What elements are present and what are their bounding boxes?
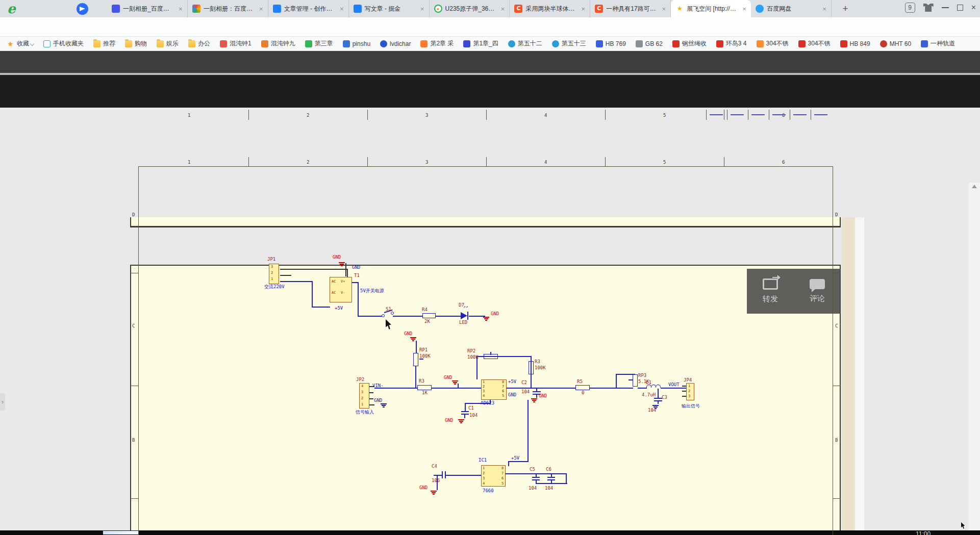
flash-warning-banner: Warning 本站可能需要Flash Player插件支持，请前往下载，安装后… — [0, 51, 980, 73]
bookmark-item[interactable]: 一种轨道 — [921, 39, 955, 48]
site-icon — [921, 40, 928, 47]
schematic-label: S1 — [386, 307, 391, 312]
browser-tab[interactable]: 文章管理 - 创作者中× — [268, 0, 349, 17]
sidebar-handle[interactable]: › — [0, 393, 5, 411]
share-button[interactable]: 转发 — [747, 269, 794, 314]
tab-close-icon[interactable]: × — [821, 5, 828, 13]
tab-close-icon[interactable]: × — [499, 5, 506, 13]
tab-close-icon[interactable]: × — [419, 5, 426, 13]
ground-symbol — [339, 262, 345, 263]
tab-count-button[interactable]: 9 — [905, 3, 915, 13]
inductor-coil — [656, 385, 661, 388]
browser-tab[interactable]: •U235原子弹_360搜× — [430, 0, 510, 17]
paper-plane-icon[interactable] — [77, 3, 88, 15]
skin-icon[interactable] — [923, 4, 934, 12]
bookmark-item[interactable]: HB 769 — [596, 40, 626, 47]
wire-segment — [638, 388, 647, 389]
bookmark-item[interactable]: GB 62 — [636, 40, 663, 47]
schematic-label: GND — [352, 265, 360, 270]
schematic-label: 8 — [501, 467, 504, 470]
comment-button[interactable]: 评论 — [794, 269, 841, 314]
schematic-label: C4 — [432, 464, 437, 469]
star-icon: ★ — [7, 40, 14, 47]
ground-symbol — [652, 405, 659, 406]
bookmark-item[interactable]: 304不锈 — [798, 39, 831, 48]
bookmark-item[interactable]: 推荐 — [93, 39, 115, 48]
schematic-label: RP1 — [419, 348, 428, 352]
browser-tab[interactable]: C采用两块半球体U23× — [510, 0, 590, 17]
bookmark-label: 收藏 — [17, 39, 29, 48]
photo-action-overlay: 转发 评论 — [747, 269, 841, 314]
ground-symbol — [458, 419, 464, 420]
bookmark-item[interactable]: lvdichar — [380, 40, 411, 47]
bookmark-item[interactable]: MHT 60 — [880, 40, 911, 47]
bookmark-item[interactable]: 娱乐 — [157, 39, 179, 48]
bookmark-item[interactable]: 第2章 采 — [420, 39, 454, 48]
column-separator — [724, 157, 724, 166]
bookmark-item[interactable]: 第1章_四 — [463, 39, 498, 48]
browser-tab[interactable]: C一种具有17路可调P× — [590, 0, 671, 17]
bookmark-item[interactable]: 混沌钟1 — [220, 39, 252, 48]
bookmark-item[interactable]: ★收藏 — [7, 39, 34, 48]
schematic-label: 4.7uH — [642, 393, 656, 397]
tab-close-icon[interactable]: × — [580, 5, 587, 13]
wire-segment — [508, 462, 509, 466]
browser-tab[interactable]: 百度网盘× — [751, 0, 832, 17]
tab-close-icon[interactable]: × — [660, 5, 667, 13]
bookmark-item[interactable]: 第五十三 — [552, 39, 586, 48]
bookmark-label: MHT 60 — [890, 40, 911, 47]
bookmark-item[interactable]: 304不锈 — [757, 39, 789, 48]
tab-title: 展飞空间 [http://316 — [687, 5, 739, 13]
column-separator — [724, 110, 724, 120]
maximize-button[interactable] — [957, 5, 963, 11]
folder-icon — [157, 40, 164, 47]
browser-logo-icon[interactable]: e — [7, 2, 20, 15]
schematic-sheet[interactable] — [130, 265, 841, 535]
schematic-label: RP2 — [467, 349, 475, 353]
schematic-label: AD623 — [481, 401, 494, 405]
minimize-button[interactable] — [942, 7, 949, 8]
bookmark-item[interactable]: 第三章 — [305, 39, 333, 48]
scrollbar[interactable] — [969, 183, 980, 535]
titleblock-cell-border — [727, 110, 727, 120]
browser-tab[interactable]: 一刻相册：百度网盘× — [188, 0, 268, 17]
new-tab-button[interactable]: + — [839, 3, 851, 15]
bookmark-item[interactable]: pinshu — [343, 40, 370, 47]
close-window-button[interactable]: × — [971, 5, 976, 11]
browser-tab[interactable]: ★展飞空间 [http://316× — [671, 0, 751, 17]
bookmark-item[interactable]: 钢丝绳收 — [672, 39, 707, 48]
component-box[interactable] — [269, 264, 279, 284]
tab-favicon: C — [595, 5, 603, 13]
ground-symbol — [459, 421, 463, 422]
schematic-label: 输出信号 — [682, 404, 700, 409]
browser-tab[interactable]: 一刻相册_百度搜索× — [107, 0, 188, 17]
tab-close-icon[interactable]: × — [338, 5, 345, 13]
wire-segment — [507, 388, 575, 389]
titleblock-mark — [710, 114, 723, 115]
schematic-label: RP3 — [638, 373, 646, 378]
column-separator — [486, 157, 487, 166]
schematic-label: 7 — [502, 385, 504, 389]
bookmark-item[interactable]: 混沌钟九 — [261, 39, 295, 48]
browser-tab[interactable]: 写文章 - 掘金× — [349, 0, 430, 17]
tab-close-icon[interactable]: × — [177, 5, 184, 13]
titleblock-cell-border — [811, 110, 811, 120]
scroll-up-arrow[interactable] — [972, 185, 977, 188]
ground-symbol — [460, 422, 462, 423]
bookmark-item[interactable]: 环岛3 4 — [716, 39, 747, 48]
wire-segment — [369, 398, 373, 399]
bookmark-item[interactable]: 购物 — [125, 39, 147, 48]
wire-segment — [682, 396, 686, 397]
bookmark-item[interactable]: HB 849 — [840, 40, 870, 47]
inner-border — [138, 166, 139, 535]
component-box[interactable] — [359, 383, 369, 409]
bookmark-item[interactable]: 办公 — [188, 39, 210, 48]
schematic-label: 1 — [688, 385, 690, 388]
bookmark-item[interactable]: 第五十二 — [508, 39, 542, 48]
bookmark-item[interactable]: 手机收藏夹 — [43, 39, 84, 48]
address-bar: ← → ⟳ ⌂ 证腾讯网 https://user.qzone.qq.com/3… — [0, 17, 980, 37]
tab-favicon — [756, 5, 764, 13]
tab-close-icon[interactable]: × — [741, 5, 748, 13]
tab-close-icon[interactable]: × — [258, 5, 265, 13]
schematic-label: 1 — [483, 467, 485, 470]
